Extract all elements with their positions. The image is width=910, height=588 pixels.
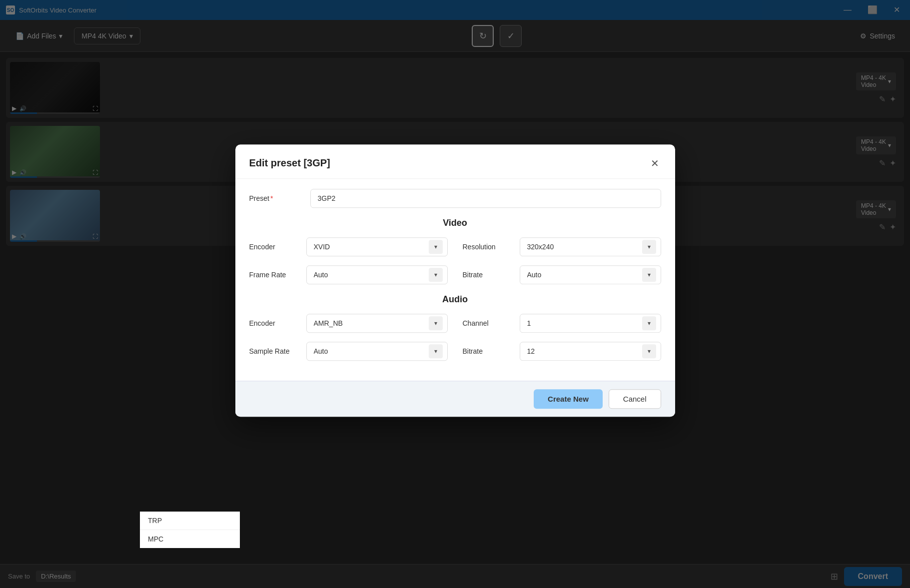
- sample-rate-select[interactable]: Auto 8000 16000 44100 48000: [306, 342, 448, 361]
- audio-form-grid: Encoder AMR_NB AAC MP3 AC3 ▾ Channel 1: [249, 314, 661, 361]
- video-bitrate-wrapper: Auto 128 256 512 1024 ▾: [520, 265, 661, 284]
- video-encoder-label: Encoder: [249, 243, 299, 251]
- frame-rate-select[interactable]: Auto 24 25 30 60: [306, 265, 448, 284]
- sample-rate-field: Sample Rate Auto 8000 16000 44100 48000 …: [249, 342, 448, 361]
- channel-label: Channel: [463, 319, 513, 327]
- video-encoder-field: Encoder XVID H264 H265 MPEG4 ▾: [249, 237, 448, 256]
- audio-encoder-field: Encoder AMR_NB AAC MP3 AC3 ▾: [249, 314, 448, 333]
- audio-bitrate-field: Bitrate 12 32 64 128 256 ▾: [463, 342, 661, 361]
- resolution-label: Resolution: [463, 243, 513, 251]
- sample-rate-label: Sample Rate: [249, 347, 299, 355]
- audio-encoder-wrapper: AMR_NB AAC MP3 AC3 ▾: [306, 314, 448, 333]
- create-new-button[interactable]: Create New: [534, 389, 603, 409]
- preset-input[interactable]: [310, 189, 661, 208]
- dialog-body: Preset* Video Encoder XVID H264 H265 MPE…: [235, 179, 675, 381]
- edit-preset-dialog: Edit preset [3GP] ✕ Preset* Video Encode…: [235, 144, 675, 417]
- frame-rate-label: Frame Rate: [249, 271, 299, 279]
- preset-label: Preset*: [249, 194, 304, 202]
- sample-rate-wrapper: Auto 8000 16000 44100 48000 ▾: [306, 342, 448, 361]
- dialog-header: Edit preset [3GP] ✕: [235, 144, 675, 179]
- channel-select[interactable]: 1 2: [520, 314, 661, 333]
- dialog-close-button[interactable]: ✕: [649, 156, 661, 170]
- video-bitrate-select[interactable]: Auto 128 256 512 1024: [520, 265, 661, 284]
- channel-field: Channel 1 2 ▾: [463, 314, 661, 333]
- dialog-footer: Create New Cancel: [235, 381, 675, 417]
- video-bitrate-field: Bitrate Auto 128 256 512 1024 ▾: [463, 265, 661, 284]
- resolution-field: Resolution 320x240 640x480 1280x720 1920…: [463, 237, 661, 256]
- cancel-button[interactable]: Cancel: [609, 389, 661, 409]
- video-form-grid: Encoder XVID H264 H265 MPEG4 ▾ Resolutio…: [249, 237, 661, 284]
- format-list-item-mpc[interactable]: MPC: [140, 530, 240, 548]
- format-list-item-trp[interactable]: TRP: [140, 512, 240, 530]
- audio-encoder-select[interactable]: AMR_NB AAC MP3 AC3: [306, 314, 448, 333]
- resolution-select[interactable]: 320x240 640x480 1280x720 1920x1080: [520, 237, 661, 256]
- frame-rate-field: Frame Rate Auto 24 25 30 60 ▾: [249, 265, 448, 284]
- audio-bitrate-wrapper: 12 32 64 128 256 ▾: [520, 342, 661, 361]
- required-star: *: [270, 194, 273, 202]
- preset-row: Preset*: [249, 189, 661, 208]
- audio-encoder-label: Encoder: [249, 319, 299, 327]
- dialog-title: Edit preset [3GP]: [249, 157, 330, 169]
- audio-bitrate-label: Bitrate: [463, 347, 513, 355]
- audio-section-title: Audio: [249, 294, 661, 305]
- frame-rate-wrapper: Auto 24 25 30 60 ▾: [306, 265, 448, 284]
- video-bitrate-label: Bitrate: [463, 271, 513, 279]
- audio-bitrate-select[interactable]: 12 32 64 128 256: [520, 342, 661, 361]
- video-encoder-select[interactable]: XVID H264 H265 MPEG4: [306, 237, 448, 256]
- channel-wrapper: 1 2 ▾: [520, 314, 661, 333]
- resolution-wrapper: 320x240 640x480 1280x720 1920x1080 ▾: [520, 237, 661, 256]
- video-section-title: Video: [249, 218, 661, 228]
- video-encoder-wrapper: XVID H264 H265 MPEG4 ▾: [306, 237, 448, 256]
